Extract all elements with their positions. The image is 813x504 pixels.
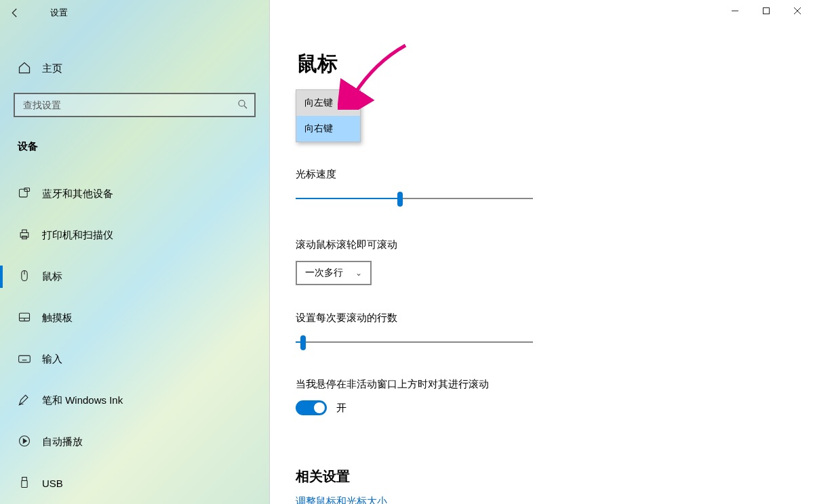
related-settings-title: 相关设置 [296,467,387,486]
maximize-button[interactable] [751,0,782,22]
usb-icon [18,476,31,491]
search-input[interactable] [14,93,256,117]
chevron-down-icon: ⌄ [355,268,362,278]
sidebar-item-bluetooth[interactable]: 蓝牙和其他设备 [0,177,269,211]
dropdown-option-left[interactable]: 向左键 [296,90,360,116]
titlebar: 设置 [0,0,269,26]
sidebar-item-printers[interactable]: 打印机和扫描仪 [0,219,269,252]
cursor-speed-slider[interactable] [296,190,533,207]
related-settings-block: 相关设置 调整鼠标和光标大小 [296,467,387,504]
sidebar: 设置 主页 设备 蓝牙和其他设备 打印机和扫描仪 鼠标 触摸板 [0,0,270,504]
pen-icon [18,393,31,408]
svg-rect-20 [22,481,27,488]
svg-rect-1 [20,189,28,197]
primary-button-dropdown[interactable]: 向左键 向右键 [296,89,361,142]
minimize-button[interactable] [719,0,751,22]
page-title: 鼠标 [297,50,786,78]
window-title: 设置 [50,7,68,19]
sidebar-item-touchpad[interactable]: 触摸板 [0,301,269,335]
sidebar-section-label: 设备 [18,140,269,153]
search-wrap [14,93,256,117]
scroll-mode-label: 滚动鼠标滚轮即可滚动 [296,238,397,251]
slider-thumb[interactable] [300,335,306,350]
cursor-speed-label: 光标速度 [296,168,533,181]
svg-rect-11 [19,356,31,362]
sidebar-item-label: 笔和 Windows Ink [42,394,123,407]
scroll-mode-block: 滚动鼠标滚轮即可滚动 一次多行 ⌄ [296,238,397,285]
window-controls [719,0,813,22]
sidebar-item-typing[interactable]: 输入 [0,343,269,376]
hover-scroll-label: 当我悬停在非活动窗口上方时对其进行滚动 [296,378,489,391]
svg-point-0 [239,100,245,106]
sidebar-home-label: 主页 [42,62,62,75]
slider-thumb[interactable] [397,192,403,207]
sidebar-item-label: 自动播放 [42,436,83,448]
lines-per-scroll-block: 设置每次要滚动的行数 [296,312,533,350]
hover-scroll-block: 当我悬停在非活动窗口上方时对其进行滚动 开 [296,378,489,415]
sidebar-item-label: USB [42,478,63,489]
related-link-cursor-size[interactable]: 调整鼠标和光标大小 [296,495,387,504]
lines-per-scroll-label: 设置每次要滚动的行数 [296,312,533,324]
sidebar-home[interactable]: 主页 [0,54,269,83]
svg-rect-22 [764,8,770,14]
search-icon [237,98,249,113]
mouse-icon [18,269,31,285]
svg-rect-3 [20,233,28,238]
back-button[interactable] [0,0,30,26]
svg-marker-18 [23,439,26,444]
lines-per-scroll-slider[interactable] [296,334,533,350]
close-button[interactable] [782,0,813,22]
autoplay-icon [18,434,31,450]
keyboard-icon [18,352,31,367]
sidebar-item-label: 输入 [42,353,62,366]
hover-scroll-toggle[interactable] [296,400,327,415]
home-icon [18,61,31,77]
svg-rect-4 [22,230,27,232]
bluetooth-icon [18,186,31,202]
scroll-mode-value: 一次多行 [305,267,343,279]
sidebar-item-autoplay[interactable]: 自动播放 [0,425,269,459]
sidebar-item-label: 蓝牙和其他设备 [42,188,113,201]
cursor-speed-block: 光标速度 [296,168,533,207]
dropdown-option-right[interactable]: 向右键 [296,116,360,142]
sidebar-item-label: 鼠标 [42,270,62,283]
printer-icon [18,228,31,243]
sidebar-item-pen[interactable]: 笔和 Windows Ink [0,384,269,417]
sidebar-item-label: 打印机和扫描仪 [42,229,113,242]
svg-rect-19 [22,478,27,481]
hover-scroll-state: 开 [336,402,346,415]
sidebar-item-mouse[interactable]: 鼠标 [0,260,269,293]
sidebar-item-label: 触摸板 [42,312,73,324]
touchpad-icon [18,310,31,326]
sidebar-item-usb[interactable]: USB [0,467,269,500]
scroll-mode-select[interactable]: 一次多行 ⌄ [296,261,372,285]
nav-list: 蓝牙和其他设备 打印机和扫描仪 鼠标 触摸板 输入 笔和 Windows Ink… [0,177,269,500]
